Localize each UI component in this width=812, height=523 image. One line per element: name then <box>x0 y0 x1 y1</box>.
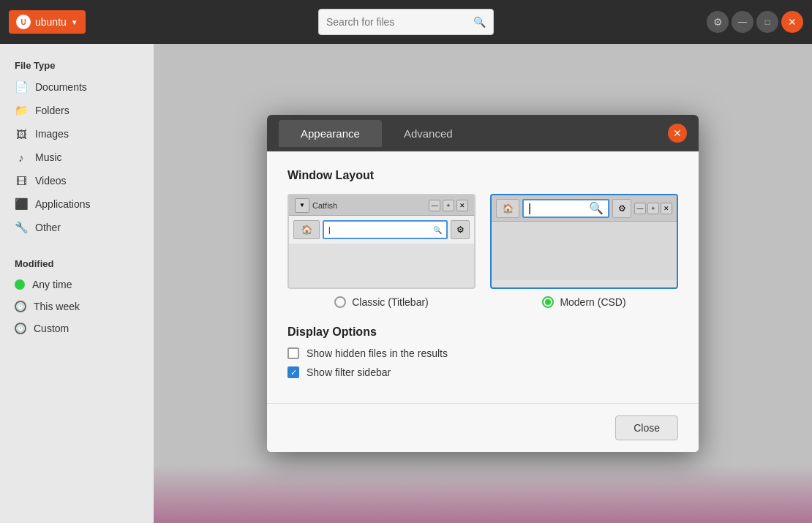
sidebar: File Type 📄 Documents 📁 Folders 🖼 Images… <box>0 44 154 523</box>
close-window-button[interactable]: ✕ <box>781 11 803 33</box>
filter-sidebar-label: Show filter sidebar <box>307 366 391 378</box>
topbar-left: U ubuntu ▼ <box>9 10 86 34</box>
classic-cursor: | <box>328 226 331 234</box>
display-options-section: Display Options Show hidden files in the… <box>287 326 678 378</box>
classic-layout-option[interactable]: ▼ Catfish — + ✕ 🏠 <box>287 194 475 308</box>
dialog-header: Appearance Advanced ✕ <box>267 115 699 151</box>
folders-label: Folders <box>35 105 69 116</box>
thisweek-label: This week <box>34 301 80 312</box>
sidebar-item-folders[interactable]: 📁 Folders <box>0 99 154 122</box>
search-bar[interactable]: 🔍 <box>318 9 494 35</box>
tab-appearance[interactable]: Appearance <box>279 120 382 147</box>
classic-titlebar: ▼ Catfish — + ✕ <box>289 195 474 216</box>
classic-menu-btn: ▼ <box>295 198 309 213</box>
modern-search-box: | 🔍 <box>522 199 609 218</box>
sidebar-item-applications[interactable]: ⬛ Applications <box>0 192 154 216</box>
hidden-files-label: Show hidden files in the results <box>307 347 448 359</box>
maximize-button[interactable]: □ <box>756 11 778 33</box>
classic-radio[interactable] <box>334 296 346 308</box>
modern-gear-icon: ⚙ <box>612 199 631 218</box>
modern-header: 🏠 | 🔍 ⚙ — + ✕ <box>492 195 677 222</box>
search-icon: 🔍 <box>473 16 486 28</box>
custom-label: Custom <box>34 323 69 334</box>
sidebar-divider <box>0 239 154 248</box>
modern-cursor: | <box>528 202 531 215</box>
main-content: File Type 📄 Documents 📁 Folders 🖼 Images… <box>0 44 812 523</box>
classic-maximize-icon: + <box>443 200 454 211</box>
classic-minimize-icon: — <box>429 200 440 211</box>
topbar-right: ⚙ — □ ✕ <box>707 11 803 33</box>
modern-label: Modern (CSD) <box>560 296 625 308</box>
file-type-heading: File Type <box>0 56 154 75</box>
sidebar-item-anytime[interactable]: Any time <box>0 274 154 296</box>
minimize-button[interactable]: — <box>732 11 753 33</box>
layout-options: ▼ Catfish — + ✕ 🏠 <box>287 194 678 308</box>
sidebar-item-documents[interactable]: 📄 Documents <box>0 75 154 99</box>
other-icon: 🔧 <box>15 221 28 234</box>
hidden-files-checkbox[interactable] <box>287 347 299 359</box>
topbar: U ubuntu ▼ 🔍 ⚙ — □ ✕ <box>0 0 812 44</box>
classic-search-field: | 🔍 <box>323 220 448 239</box>
tab-advanced[interactable]: Advanced <box>382 120 475 147</box>
chevron-down-icon: ▼ <box>71 18 78 26</box>
modern-preview: 🏠 | 🔍 ⚙ — + ✕ <box>490 194 678 289</box>
classic-body: 🏠 | 🔍 ⚙ <box>289 216 474 244</box>
classic-label: Classic (Titlebar) <box>352 296 429 308</box>
modern-radio[interactable] <box>542 296 554 308</box>
filter-sidebar-checkbox[interactable] <box>287 366 299 378</box>
modern-close-icon: ✕ <box>661 203 672 214</box>
preferences-dialog: Appearance Advanced ✕ Window Layout ▼ <box>267 115 699 452</box>
dialog-close-button[interactable]: ✕ <box>668 124 687 143</box>
close-dialog-button[interactable]: Close <box>615 415 678 440</box>
modified-heading: Modified <box>0 254 154 274</box>
classic-win-controls: — + ✕ <box>429 200 468 211</box>
folders-icon: 📁 <box>15 104 28 117</box>
bottom-gradient <box>154 464 812 523</box>
music-label: Music <box>35 151 62 163</box>
modern-home-icon: 🏠 <box>496 199 519 218</box>
dialog-body: Window Layout ▼ Catfish — <box>267 151 699 403</box>
hidden-files-row[interactable]: Show hidden files in the results <box>287 347 678 359</box>
ubuntu-icon: U <box>16 15 31 29</box>
applications-label: Applications <box>35 198 91 210</box>
ubuntu-menu-button[interactable]: U ubuntu ▼ <box>9 10 86 34</box>
filter-sidebar-row[interactable]: Show filter sidebar <box>287 366 678 378</box>
applications-icon: ⬛ <box>15 197 28 211</box>
music-icon: ♪ <box>15 151 28 164</box>
modern-win-controls: — + ✕ <box>634 203 672 214</box>
documents-icon: 📄 <box>15 80 28 94</box>
ubuntu-label: ubuntu <box>35 16 67 28</box>
sidebar-item-images[interactable]: 🖼 Images <box>0 122 154 146</box>
sidebar-item-other[interactable]: 🔧 Other <box>0 216 154 239</box>
classic-radio-row[interactable]: Classic (Titlebar) <box>334 296 429 308</box>
classic-preview: ▼ Catfish — + ✕ 🏠 <box>287 194 475 289</box>
sidebar-item-thisweek[interactable]: 🕐 This week <box>0 296 154 317</box>
other-label: Other <box>35 222 61 233</box>
classic-home-icon: 🏠 <box>293 220 320 239</box>
modern-minimize-icon: — <box>634 203 646 214</box>
display-options-heading: Display Options <box>287 326 678 339</box>
anytime-radio-icon <box>15 279 25 290</box>
images-label: Images <box>35 128 69 140</box>
right-area: Appearance Advanced ✕ Window Layout ▼ <box>154 44 812 523</box>
images-icon: 🖼 <box>15 127 28 140</box>
modern-radio-row[interactable]: Modern (CSD) <box>542 296 625 308</box>
window-layout-heading: Window Layout <box>287 169 678 182</box>
classic-search-icon: 🔍 <box>433 226 442 234</box>
videos-icon: 🎞 <box>15 174 28 187</box>
documents-label: Documents <box>35 81 87 93</box>
dialog-footer: Close <box>267 403 699 452</box>
anytime-label: Any time <box>32 279 72 290</box>
sidebar-item-videos[interactable]: 🎞 Videos <box>0 169 154 192</box>
classic-gear-icon: ⚙ <box>451 220 470 239</box>
thisweek-clock-icon: 🕐 <box>15 301 26 312</box>
search-input[interactable] <box>326 16 467 28</box>
videos-label: Videos <box>35 175 67 187</box>
settings-button[interactable]: ⚙ <box>707 11 729 33</box>
classic-close-icon: ✕ <box>456 200 468 211</box>
modern-search-icon: 🔍 <box>589 201 604 215</box>
sidebar-item-music[interactable]: ♪ Music <box>0 146 154 169</box>
modern-layout-option[interactable]: 🏠 | 🔍 ⚙ — + ✕ <box>490 194 678 308</box>
sidebar-item-custom[interactable]: 🕐 Custom <box>0 317 154 339</box>
dialog-tabs: Appearance Advanced <box>279 120 475 147</box>
